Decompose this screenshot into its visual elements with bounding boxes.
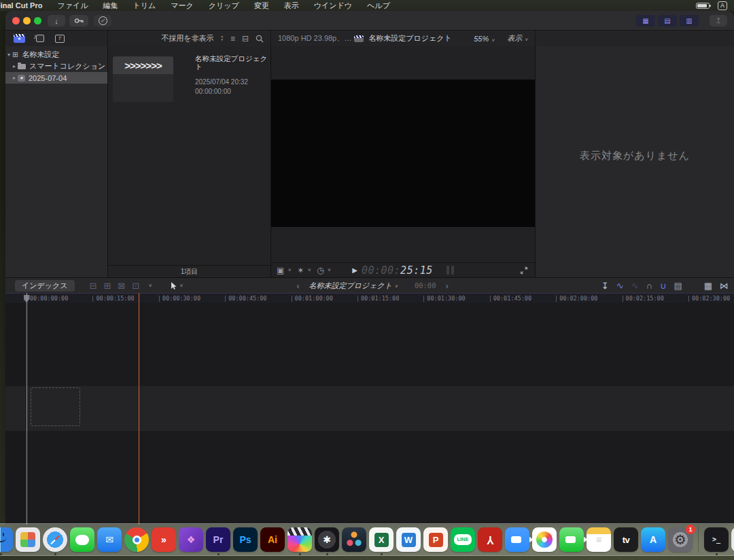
- dock-app[interactable]: ❖: [177, 525, 205, 555]
- dock-app[interactable]: W: [395, 525, 422, 555]
- menu-item[interactable]: ファイル: [57, 1, 88, 11]
- dock-app[interactable]: [504, 525, 531, 555]
- transitions-browser-icon[interactable]: ⋈: [720, 281, 729, 291]
- dock-app[interactable]: >_: [703, 525, 730, 555]
- sidebar-item-smart-collection[interactable]: ▸ スマートコレクション: [5, 60, 107, 72]
- dock-app[interactable]: A: [640, 525, 667, 555]
- dock-app[interactable]: [531, 525, 558, 555]
- ruler-ticks: 00:00:00:00 00:00:15:00 00:00:30:00 00:0…: [27, 294, 734, 303]
- dock-app[interactable]: ✉: [96, 525, 123, 555]
- dock-app[interactable]: [14, 525, 41, 555]
- import-media-button[interactable]: ↓: [48, 15, 65, 27]
- connect-edit-icon[interactable]: ⊟: [90, 281, 97, 291]
- clip-name[interactable]: 名称未設定プロジェクト: [195, 54, 270, 71]
- show-timeline-button[interactable]: ▤: [658, 15, 677, 27]
- background-tasks-button[interactable]: ✓: [94, 15, 111, 27]
- disclosure-open-icon[interactable]: ▾: [5, 52, 12, 58]
- minimize-window-button[interactable]: [23, 17, 31, 24]
- menu-item[interactable]: クリップ: [209, 1, 239, 11]
- menu-item[interactable]: 編集: [103, 1, 118, 11]
- zoom-window-button[interactable]: [34, 17, 41, 24]
- menu-item[interactable]: マーク: [171, 1, 194, 11]
- play-button[interactable]: ▶: [352, 266, 357, 274]
- timeline-index-button[interactable]: インデックス: [15, 280, 75, 292]
- dock-app[interactable]: [558, 525, 585, 555]
- dock-app[interactable]: LINE: [449, 525, 476, 555]
- storyline-clip-placeholder[interactable]: [31, 387, 80, 426]
- audio-meters[interactable]: [447, 266, 454, 275]
- dock-app[interactable]: tv: [612, 525, 640, 555]
- dock-app[interactable]: [41, 525, 69, 555]
- close-window-button[interactable]: [12, 17, 20, 24]
- dock-app[interactable]: Y: [476, 525, 504, 555]
- input-source-indicator[interactable]: A: [718, 1, 727, 10]
- battery-icon[interactable]: [696, 3, 710, 9]
- app-icon: LINE: [454, 534, 471, 545]
- dock-app[interactable]: »: [150, 525, 177, 555]
- menu-item[interactable]: ヘルプ: [367, 1, 390, 11]
- keyword-editor-button[interactable]: [69, 15, 88, 27]
- content-row: ▾ ⊞ 名称未設定 ▸ スマートコレクション ▸ ★ 2025-07-04: [5, 46, 734, 277]
- disclosure-closed-icon[interactable]: ▸: [11, 63, 18, 69]
- filter-dropdown[interactable]: 不採用を非表示: [161, 33, 213, 43]
- effects-browser-icon[interactable]: ▦: [704, 281, 712, 291]
- timeline-forward-icon[interactable]: ›: [446, 281, 449, 291]
- audio-monitor-icon[interactable]: ∩: [646, 281, 652, 291]
- timeline-back-icon[interactable]: ‹: [296, 281, 299, 291]
- playhead-line[interactable]: [27, 293, 27, 525]
- clip-appearance-icon[interactable]: ≡: [230, 34, 235, 43]
- dock-app[interactable]: [340, 525, 368, 555]
- search-icon[interactable]: [256, 35, 264, 43]
- app-icon: ≡: [596, 535, 601, 544]
- disclosure-closed-icon[interactable]: ▸: [11, 75, 18, 81]
- overwrite-edit-icon[interactable]: ⊡: [132, 281, 139, 291]
- timeline-body[interactable]: [5, 303, 734, 525]
- dock-app[interactable]: Ai: [259, 525, 286, 555]
- dock-app[interactable]: Ps: [232, 525, 259, 555]
- filmstrip-view-icon[interactable]: ⊟: [242, 34, 249, 43]
- audio-skimming-icon[interactable]: ∿: [616, 281, 624, 291]
- app-icon: [50, 535, 59, 544]
- solo-icon[interactable]: ∿: [631, 281, 639, 291]
- menu-app-name[interactable]: Final Cut Pro: [0, 1, 42, 10]
- chevron-down-icon[interactable]: ∨: [148, 283, 152, 287]
- dock-app[interactable]: ⚙ 1: [667, 525, 694, 555]
- dock-app[interactable]: [0, 525, 14, 555]
- select-tool-dropdown[interactable]: ∨: [170, 281, 184, 290]
- menu-item[interactable]: ウインドウ: [314, 1, 352, 11]
- tab-libraries-clapperboard-icon[interactable]: [14, 34, 25, 43]
- project-name-label[interactable]: 名称未設定プロジェクト: [368, 33, 452, 43]
- append-edit-icon[interactable]: ⊠: [118, 281, 125, 291]
- primary-storyline[interactable]: [5, 386, 734, 431]
- dock-app[interactable]: P: [422, 525, 449, 555]
- menu-item[interactable]: トリム: [133, 1, 156, 11]
- sidebar-item-library[interactable]: ▾ ⊞ 名称未設定: [5, 49, 107, 60]
- dock-app[interactable]: Pr: [205, 525, 232, 555]
- menu-item[interactable]: 表示: [284, 1, 299, 11]
- dock-app[interactable]: [694, 525, 703, 555]
- insert-edit-icon[interactable]: ⊞: [103, 281, 111, 291]
- dock-app[interactable]: X: [368, 525, 395, 555]
- show-browser-button[interactable]: ▦: [636, 15, 655, 27]
- tab-titles-generators-icon[interactable]: T: [55, 35, 65, 43]
- filter-chevrons-icon[interactable]: ▲▼: [220, 35, 223, 41]
- dock-app[interactable]: [730, 525, 734, 555]
- dock-app[interactable]: [123, 525, 150, 555]
- timeline-project-dropdown[interactable]: 名称未設定プロジェクト∨: [309, 281, 398, 291]
- dock-app[interactable]: [286, 525, 313, 555]
- dock-app[interactable]: [69, 525, 96, 555]
- show-inspector-button[interactable]: ▥: [680, 15, 699, 27]
- dock-app[interactable]: ✱: [313, 525, 340, 555]
- snapping-icon[interactable]: ∪: [660, 281, 667, 291]
- sidebar-item-event-selected[interactable]: ▸ ★ 2025-07-04: [5, 72, 107, 84]
- project-clip-thumbnail[interactable]: >>>>>>>: [113, 56, 173, 102]
- menu-item[interactable]: 変更: [254, 1, 269, 11]
- clip-appearance-timeline-icon[interactable]: ▤: [674, 281, 682, 291]
- video-canvas[interactable]: [271, 80, 536, 227]
- share-button[interactable]: ↥: [710, 15, 727, 27]
- dock-app[interactable]: ≡: [585, 525, 612, 555]
- skimming-icon[interactable]: ↧: [601, 281, 609, 291]
- app-icon: X: [374, 533, 389, 547]
- timeline-ruler[interactable]: 00:00:00:00 00:00:15:00 00:00:30:00 00:0…: [5, 293, 734, 303]
- tab-photos-audio-icon[interactable]: [36, 35, 44, 42]
